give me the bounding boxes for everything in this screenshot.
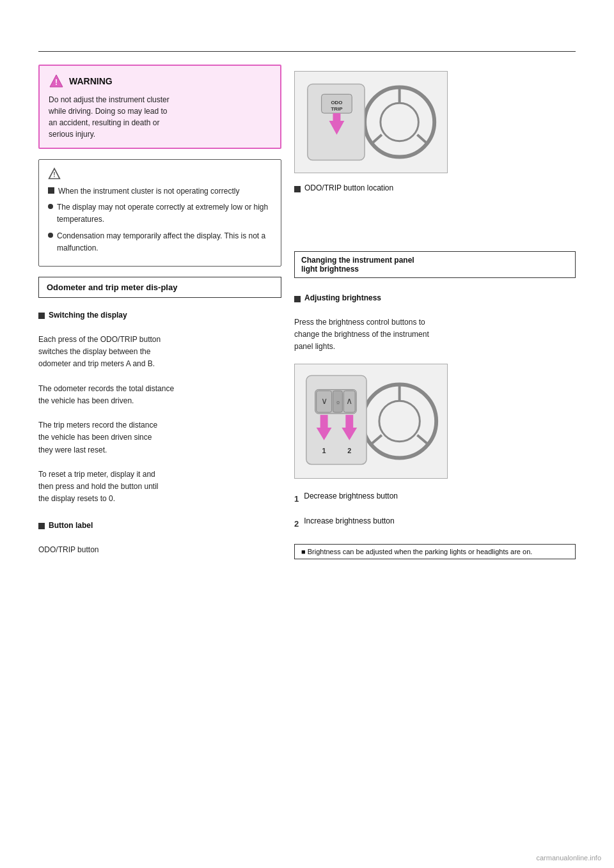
- svg-text:!: !: [53, 171, 55, 178]
- odo-diagram-svg: ODO TRIP: [295, 71, 447, 173]
- svg-text:ODO: ODO: [331, 100, 342, 105]
- warning-box: ! WARNING Do not adjust the instrument c…: [38, 65, 281, 149]
- square-bullet-icon-4: [38, 523, 45, 529]
- footer-watermark: carmanualonline.info: [536, 854, 601, 862]
- odometer-square-label2: Button label: [38, 521, 281, 530]
- page: ! WARNING Do not adjust the instrument c…: [0, 0, 614, 868]
- odo-diagram-label: ODO/TRIP button location: [294, 183, 576, 192]
- caution-square-item: When the instrument cluster is not opera…: [48, 185, 272, 198]
- footer-text: carmanualonline.info: [536, 854, 601, 862]
- warning-title: WARNING: [69, 76, 113, 86]
- left-column: ! WARNING Do not adjust the instrument c…: [38, 65, 281, 559]
- square-bullet-icon-6: [294, 296, 301, 302]
- odometer-section-header: Odometer and trip meter dis-play: [38, 277, 281, 298]
- caution-box: ! When the instrument cluster is not ope…: [38, 159, 281, 267]
- svg-rect-33: [345, 415, 353, 429]
- caution-triangle-icon: !: [48, 167, 61, 180]
- brightness-num1-label: 1: [294, 494, 299, 504]
- warning-triangle-icon: !: [49, 74, 64, 89]
- svg-rect-15: [333, 113, 341, 122]
- top-rule: [38, 51, 576, 52]
- warning-header: ! WARNING: [49, 74, 271, 89]
- svg-text:2: 2: [347, 446, 351, 454]
- brightness-num-row: 1 Decrease brightness button: [294, 492, 576, 504]
- odometer-content2: ODO/TRIP button: [38, 544, 281, 556]
- brightness-num2-text: Increase brightness button: [304, 516, 394, 529]
- square-bullet-icon-3: [38, 313, 45, 319]
- odo-diagram-label-text: ODO/TRIP button location: [304, 183, 393, 192]
- brightness-num2-label: 2: [294, 519, 299, 529]
- right-column: ODO TRIP ODO/TRIP button location Changi…: [294, 65, 576, 559]
- svg-text:∨: ∨: [321, 396, 327, 406]
- square-bullet-icon: [48, 187, 54, 194]
- brightness-section-header: Changing the instrument panellight brigh…: [294, 251, 576, 278]
- brightness-square-label: Adjusting brightness: [294, 293, 576, 302]
- svg-rect-22: [306, 375, 366, 464]
- caution-square-label: When the instrument cluster is not opera…: [58, 185, 239, 198]
- square-bullet-icon-5: [294, 186, 301, 192]
- caution-bullet-2: Condensation may temporarily affect the …: [48, 230, 272, 254]
- svg-text:☼: ☼: [335, 399, 340, 405]
- caution-header: !: [48, 167, 272, 180]
- brightness-bottom-note-text: ■ Brightness can be adjusted when the pa…: [301, 548, 532, 555]
- brightness-content: Press the brightness control buttons to …: [294, 316, 576, 353]
- odometer-square-label: Switching the display: [38, 311, 281, 320]
- brightness-bottom-note: ■ Brightness can be adjusted when the pa…: [294, 544, 576, 559]
- caution-bullet-1-text: The display may not operate correctly at…: [57, 201, 272, 226]
- brightness-square-label-text: Adjusting brightness: [304, 293, 381, 302]
- warning-text: Do not adjust the instrument cluster whi…: [49, 94, 271, 140]
- caution-bullet-1: The display may not operate correctly at…: [48, 201, 272, 226]
- svg-text:TRIP: TRIP: [331, 106, 343, 112]
- caution-text: When the instrument cluster is not opera…: [48, 185, 272, 254]
- spacer: [294, 203, 576, 241]
- brightness-num1-text: Decrease brightness button: [304, 492, 398, 504]
- svg-text:1: 1: [322, 446, 326, 454]
- caution-bullet-2-text: Condensation may temporarily affect the …: [57, 230, 272, 254]
- odometer-header-text: Odometer and trip meter dis-play: [47, 283, 177, 292]
- odometer-content: Each press of the ODO/TRIP button switch…: [38, 334, 281, 506]
- svg-text:!: !: [55, 78, 58, 87]
- svg-text:∧: ∧: [346, 396, 352, 406]
- bullet-dot-icon-2: [48, 233, 53, 238]
- odo-trip-diagram: ODO TRIP: [294, 71, 448, 173]
- svg-rect-31: [320, 415, 328, 429]
- brightness-diagram-svg: ∨ ☼ ∧ 1 2: [295, 364, 447, 479]
- content-area: ! WARNING Do not adjust the instrument c…: [0, 65, 614, 559]
- odometer-square-label2-text: Button label: [49, 521, 93, 530]
- brightness-header-text: Changing the instrument panellight brigh…: [301, 256, 414, 274]
- odometer-square-label-text: Switching the display: [49, 311, 127, 320]
- brightness-num2-row: 2 Increase brightness button: [294, 516, 576, 529]
- bullet-dot-icon: [48, 204, 53, 209]
- brightness-diagram: ∨ ☼ ∧ 1 2: [294, 364, 448, 479]
